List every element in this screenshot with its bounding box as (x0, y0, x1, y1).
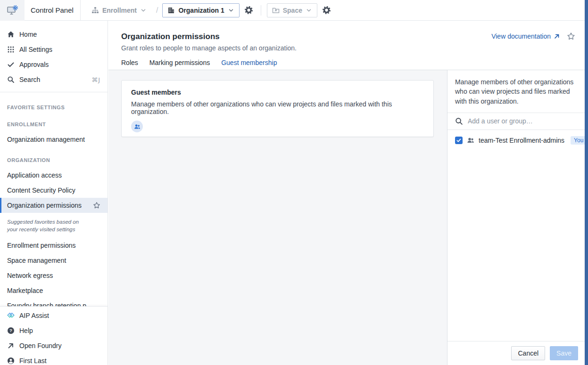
sidebar-item-label: Content Security Policy (7, 187, 75, 194)
check-icon (7, 61, 15, 68)
chevron-down-icon (306, 7, 312, 14)
page-title: Organization permissions (121, 32, 220, 41)
member-row[interactable]: team-Test Enrollment-admins You (447, 130, 585, 151)
space-settings-gear-icon[interactable] (320, 5, 333, 16)
sidebar-item-approvals[interactable]: Search Approvals (0, 57, 108, 72)
sidebar-item-marketplace[interactable]: Marketplace (0, 283, 108, 298)
help-icon: ? (7, 327, 15, 334)
breadcrumb: Enrollment / (81, 3, 333, 17)
page-subtitle: Grant roles to people to manage aspects … (121, 44, 575, 52)
view-documentation-link[interactable]: View documentation (491, 32, 560, 40)
section-enrollment: ENROLLMENT (0, 115, 108, 132)
add-user-input[interactable] (468, 117, 577, 125)
main-header: Organization permissions View documentat… (108, 21, 585, 70)
sidebar-item-label: First Last (19, 357, 47, 365)
suggested-favorites-note: Suggested favorites based on your recent… (0, 213, 90, 238)
sidebar-item-label: Search (19, 76, 40, 83)
guest-group-chip[interactable] (131, 121, 143, 132)
cancel-button[interactable]: Cancel (511, 346, 545, 360)
sidebar-item-all-settings[interactable]: All Settings (0, 42, 108, 57)
sidebar-item-label: Organization management (7, 136, 85, 143)
sidebar-footer: AIP Assist ? Help Open Foundry (0, 306, 108, 365)
sidebar-item-home[interactable]: Home (0, 27, 108, 42)
sidebar-item-enrollment-permissions[interactable]: Enrollment permissions (0, 238, 108, 253)
sidebar-item-label: Foundry branch retention p (7, 302, 86, 306)
space-folder-icon (272, 7, 280, 14)
sidebar-item-label: Home (19, 31, 37, 38)
member-name: team-Test Enrollment-admins (479, 137, 564, 144)
external-arrow-icon (554, 33, 560, 40)
enrollment-hierarchy-icon (91, 7, 99, 14)
search-icon (7, 76, 15, 83)
sidebar-item-organization-permissions[interactable]: Organization permissions (0, 198, 108, 213)
user-avatar-icon (7, 357, 15, 365)
section-favorite-settings: FAVORITE SETTINGS (0, 98, 108, 115)
svg-text:?: ? (9, 328, 12, 333)
card-description: Manage members of other organizations wh… (131, 100, 424, 115)
home-icon (7, 31, 15, 38)
save-button[interactable]: Save (550, 346, 578, 360)
organization-settings-gear-icon[interactable] (242, 5, 255, 16)
app-logo[interactable] (0, 0, 25, 21)
sidebar-item-label: Space management (7, 257, 66, 264)
sidebar-item-foundry-branch-retention[interactable]: Foundry branch retention p (0, 298, 108, 306)
sidebar-scroll-area[interactable]: Home All Settings Search Approvals (0, 21, 108, 306)
search-shortcut: ⌘J (91, 76, 100, 83)
grid-icon (7, 46, 15, 53)
aip-assist-icon (7, 312, 15, 319)
favorite-star-icon[interactable] (93, 202, 100, 209)
external-arrow-icon (7, 342, 15, 349)
sidebar-divider (0, 92, 108, 92)
app-title: Control Panel (25, 6, 80, 14)
sidebar-item-open-foundry[interactable]: Open Foundry (0, 338, 108, 353)
add-user-search (447, 113, 585, 130)
sidebar-item-space-management[interactable]: Space management (0, 253, 108, 268)
chevron-down-icon (140, 7, 147, 14)
organization-building-icon (167, 7, 175, 14)
sidebar-item-label: Network egress (7, 272, 53, 279)
sidebar-item-search[interactable]: Search ⌘J (0, 72, 108, 87)
organization-label: Organization 1 (178, 7, 224, 14)
organization-selector[interactable]: Organization 1 (162, 3, 239, 17)
sidebar-item-label: All Settings (19, 46, 52, 53)
favorite-star-icon[interactable] (567, 32, 575, 41)
panel-footer: Cancel Save (447, 341, 585, 365)
panel-description: Manage members of other organizations wh… (447, 70, 585, 113)
enrollment-label: Enrollment (102, 7, 137, 14)
sidebar-item-label: Approvals (19, 61, 49, 68)
breadcrumb-divider (261, 5, 261, 16)
sidebar-item-content-security-policy[interactable]: Content Security Policy (0, 183, 108, 198)
sidebar-item-help[interactable]: ? Help (0, 323, 108, 338)
group-icon (467, 137, 474, 144)
enrollment-selector[interactable]: Enrollment (86, 3, 152, 17)
sidebar-item-application-access[interactable]: Application access (0, 168, 108, 183)
sidebar-item-aip-assist[interactable]: AIP Assist (0, 308, 108, 323)
sidebar: Home All Settings Search Approvals (0, 21, 108, 365)
search-icon (455, 117, 463, 125)
card-title: Guest members (131, 89, 424, 96)
sidebar-item-user[interactable]: First Last (0, 353, 108, 365)
member-checkbox-checked[interactable] (455, 137, 463, 144)
people-icon (134, 123, 141, 130)
sidebar-item-label: Organization permissions (7, 202, 82, 209)
sidebar-item-label: Application access (7, 171, 62, 179)
chevron-down-icon (228, 7, 234, 14)
doc-link-label: View documentation (491, 32, 551, 40)
sidebar-item-label: Open Foundry (19, 342, 62, 349)
sidebar-item-label: Help (19, 327, 33, 334)
control-panel-app: Control Panel Enrollment / (0, 0, 588, 365)
guest-membership-panel: Manage members of other organizations wh… (447, 70, 585, 365)
breadcrumb-separator: / (155, 6, 159, 15)
space-label: Space (283, 7, 302, 14)
sidebar-item-organization-management[interactable]: Organization management (0, 132, 108, 147)
sidebar-item-network-egress[interactable]: Network egress (0, 268, 108, 283)
guest-members-card: Guest members Manage members of other or… (121, 80, 434, 137)
top-bar: Control Panel Enrollment / (0, 0, 588, 21)
sidebar-item-label: Marketplace (7, 287, 43, 294)
sidebar-item-label: AIP Assist (19, 312, 49, 319)
section-organization: ORGANIZATION (0, 147, 108, 168)
right-edge-rail (585, 0, 588, 365)
content-area: Guest members Manage members of other or… (108, 70, 447, 365)
space-selector[interactable]: Space (267, 3, 317, 17)
sidebar-item-label: Enrollment permissions (7, 242, 76, 249)
